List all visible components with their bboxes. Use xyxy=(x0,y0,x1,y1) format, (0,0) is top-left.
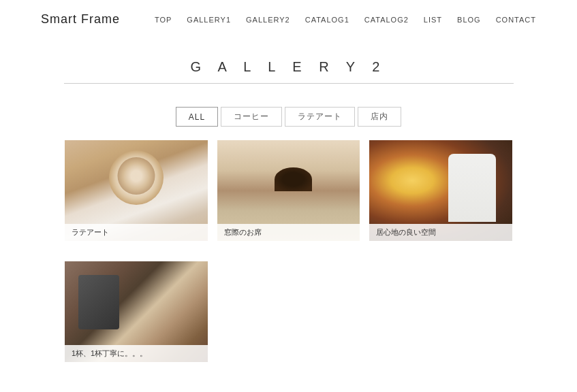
filter-all[interactable]: ALL xyxy=(176,107,218,127)
nav-blog[interactable]: BLOG xyxy=(457,16,481,24)
gallery-caption-1: ラテアート xyxy=(65,224,208,241)
nav-contact[interactable]: CONTACT xyxy=(496,16,536,24)
gallery-item-4[interactable]: 1杯、1杯丁寧に。。。 xyxy=(65,261,208,362)
nav-catalog1[interactable]: CATALOG1 xyxy=(305,16,349,24)
nav-gallery1[interactable]: GALLERY1 xyxy=(187,16,231,24)
gallery-item-3[interactable]: 居心地の良い空間 xyxy=(369,140,512,241)
nav-gallery2[interactable]: GALLERY2 xyxy=(246,16,290,24)
main-nav: TOP GALLERY1 GALLERY2 CATALOG1 CATALOG2 … xyxy=(155,16,536,24)
gallery-grid-row2: 1杯、1杯丁寧に。。。 xyxy=(0,261,577,362)
filter-bar: ALL コーヒー ラテアート 店内 xyxy=(0,107,577,127)
filter-latte-art[interactable]: ラテアート xyxy=(285,107,355,127)
nav-top[interactable]: TOP xyxy=(155,16,172,24)
gallery-item-1[interactable]: ラテアート xyxy=(65,140,208,241)
filter-interior[interactable]: 店内 xyxy=(358,107,401,127)
gallery-caption-3: 居心地の良い空間 xyxy=(369,224,512,241)
gallery-item-2[interactable]: 窓際のお席 xyxy=(217,140,360,241)
gallery-grid-row1: ラテアート 窓際のお席 居心地の良い空間 xyxy=(0,140,577,241)
page-title-section: G A L L E R Y 2 xyxy=(0,39,577,91)
title-divider xyxy=(64,83,514,84)
gallery-caption-2: 窓際のお席 xyxy=(217,224,360,241)
gallery-caption-4: 1杯、1杯丁寧に。。。 xyxy=(65,345,208,362)
site-logo[interactable]: Smart Frame xyxy=(41,12,120,27)
filter-coffee[interactable]: コーヒー xyxy=(221,107,282,127)
nav-catalog2[interactable]: CATALOG2 xyxy=(364,16,409,24)
site-header: Smart Frame TOP GALLERY1 GALLERY2 CATALO… xyxy=(0,0,577,39)
nav-list[interactable]: LIST xyxy=(424,16,442,24)
page-title: G A L L E R Y 2 xyxy=(0,59,577,75)
